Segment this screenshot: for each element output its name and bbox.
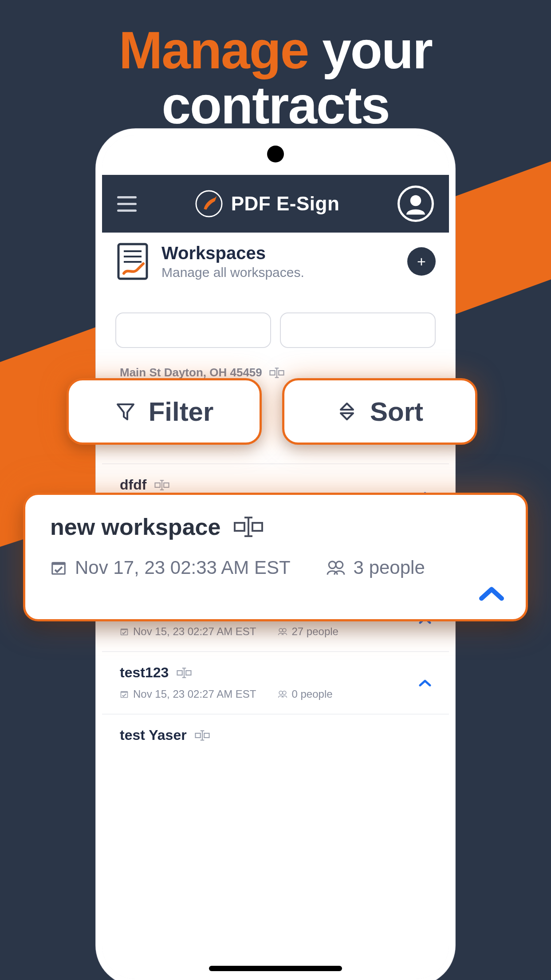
svg-rect-52 bbox=[235, 523, 244, 531]
svg-point-1 bbox=[410, 195, 421, 206]
chevron-up-icon bbox=[479, 585, 504, 602]
app-brand: PDF E-Sign bbox=[148, 190, 386, 218]
svg-point-46 bbox=[283, 691, 286, 695]
sort-label: Sort bbox=[370, 396, 423, 427]
heading-word-1: your bbox=[322, 21, 432, 79]
rename-icon[interactable] bbox=[154, 480, 169, 490]
svg-rect-11 bbox=[155, 483, 160, 487]
workspace-date: Nov 15, 23 02:27 AM EST bbox=[133, 688, 256, 700]
svg-point-60 bbox=[336, 561, 343, 569]
user-icon bbox=[403, 191, 428, 216]
workspaces-title: Workspaces bbox=[161, 243, 396, 263]
calendar-icon bbox=[120, 627, 129, 636]
phone-camera-notch bbox=[267, 146, 284, 162]
workspace-people: 27 people bbox=[292, 625, 338, 638]
svg-rect-47 bbox=[195, 733, 200, 738]
rename-icon[interactable] bbox=[177, 668, 192, 678]
heading-word-2: contracts bbox=[161, 76, 389, 134]
home-indicator bbox=[209, 966, 342, 971]
svg-rect-44 bbox=[121, 693, 127, 697]
marketing-heading: Manage your contracts bbox=[0, 23, 551, 133]
svg-rect-12 bbox=[164, 483, 169, 487]
app-top-bar: PDF E-Sign bbox=[102, 175, 449, 233]
rename-icon[interactable] bbox=[195, 730, 210, 741]
workspace-row-peek[interactable]: Main St Dayton, OH 45459 bbox=[120, 366, 431, 379]
svg-rect-6 bbox=[270, 371, 275, 375]
svg-point-37 bbox=[283, 628, 286, 632]
svg-point-59 bbox=[329, 561, 336, 569]
svg-rect-7 bbox=[279, 371, 283, 375]
workspace-name: test Yaser bbox=[120, 727, 187, 743]
filter-button[interactable]: Filter bbox=[67, 378, 262, 445]
filter-icon bbox=[115, 401, 136, 422]
profile-button[interactable] bbox=[398, 186, 434, 222]
filter-slot[interactable] bbox=[115, 312, 271, 348]
svg-rect-58 bbox=[53, 565, 64, 573]
workspaces-subtitle: Manage all workspaces. bbox=[161, 265, 396, 280]
sort-button[interactable]: Sort bbox=[282, 378, 477, 445]
document-sign-icon bbox=[115, 241, 150, 281]
people-icon bbox=[278, 690, 287, 698]
filter-label: Filter bbox=[149, 396, 214, 427]
people-icon bbox=[326, 560, 346, 576]
app-logo-icon bbox=[195, 190, 223, 218]
hamburger-icon bbox=[117, 196, 137, 212]
svg-rect-48 bbox=[204, 733, 209, 738]
sort-slot[interactable] bbox=[280, 312, 436, 348]
svg-point-36 bbox=[279, 628, 283, 632]
featured-workspace-card[interactable]: new workspace Nov 17, 23 02:33 AM EST bbox=[23, 493, 528, 621]
svg-rect-35 bbox=[121, 630, 127, 635]
heading-accent: Manage bbox=[119, 21, 308, 79]
svg-rect-39 bbox=[186, 671, 191, 675]
featured-people: 3 people bbox=[354, 557, 425, 578]
workspaces-section-header: Workspaces Manage all workspaces. + bbox=[102, 241, 449, 281]
workspace-row[interactable]: test123 bbox=[102, 651, 449, 714]
chevron-up-icon bbox=[419, 679, 431, 687]
workspace-peek-name: Main St Dayton, OH 45459 bbox=[120, 366, 262, 379]
calendar-icon bbox=[50, 559, 67, 576]
svg-rect-38 bbox=[177, 671, 182, 675]
collapse-toggle[interactable] bbox=[419, 679, 431, 687]
featured-date: Nov 17, 23 02:33 AM EST bbox=[75, 557, 291, 578]
add-workspace-button[interactable]: + bbox=[407, 247, 436, 276]
workspace-name: dfdf bbox=[120, 477, 146, 493]
rename-icon[interactable] bbox=[233, 516, 264, 538]
rename-icon bbox=[269, 368, 284, 378]
app-title: PDF E-Sign bbox=[231, 193, 340, 215]
svg-rect-53 bbox=[252, 523, 262, 531]
menu-button[interactable] bbox=[117, 196, 137, 212]
collapse-toggle[interactable] bbox=[479, 585, 504, 602]
workspace-people: 0 people bbox=[292, 688, 333, 700]
featured-workspace-name: new workspace bbox=[50, 514, 220, 540]
sort-icon bbox=[336, 401, 358, 422]
svg-point-45 bbox=[279, 691, 283, 695]
workspace-date: Nov 15, 23 02:27 AM EST bbox=[133, 625, 256, 638]
people-icon bbox=[278, 628, 287, 636]
calendar-icon bbox=[120, 690, 129, 699]
plus-icon: + bbox=[417, 253, 426, 270]
workspace-row[interactable]: test Yaser bbox=[102, 714, 449, 770]
filter-sort-bar bbox=[115, 312, 436, 348]
workspace-name: test123 bbox=[120, 664, 169, 681]
